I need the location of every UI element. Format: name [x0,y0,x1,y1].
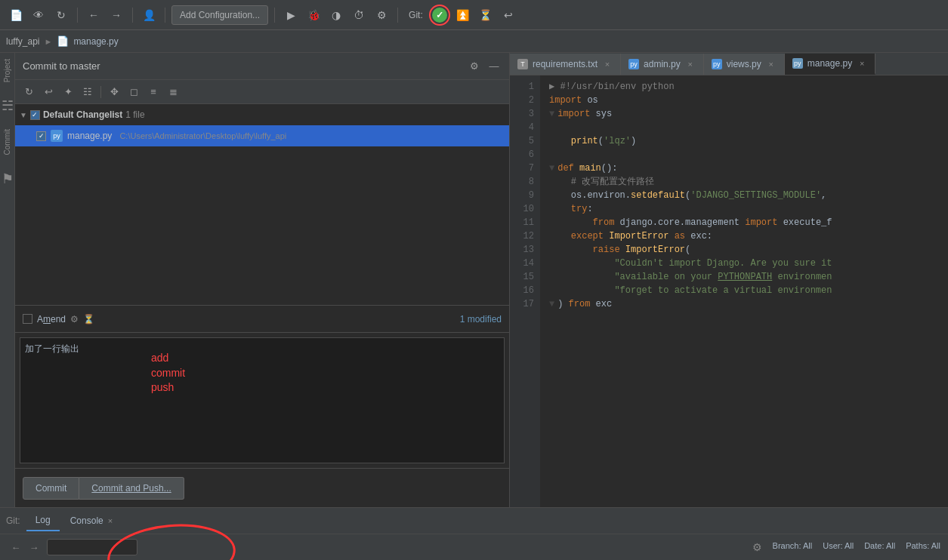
group-btn[interactable]: ≡ [144,83,162,101]
user-btn[interactable]: 👤 [139,5,159,25]
move-btn[interactable]: ✥ [105,83,123,101]
amend-left: Amend ⚙ ⏳ [23,314,94,325]
sync-btn[interactable]: ↻ [51,5,71,25]
console-tab-close[interactable]: × [108,516,113,525]
changelist-name: Default Changelist [43,109,122,120]
commit-button[interactable]: Commit [23,477,79,500]
tab-icon-views: py [712,59,722,69]
sep3 [165,8,165,23]
project-tab-label[interactable]: Project [3,59,11,82]
panel-settings-icon[interactable]: ⚙ [467,59,482,74]
changelist-arrow: ▼ [20,111,27,119]
project-icon[interactable]: ☵ [2,97,14,114]
back-btn[interactable]: ← [84,5,103,25]
amend-area: Amend ⚙ ⏳ 1 modified [15,305,509,332]
run-btn[interactable]: ▶ [281,5,301,25]
tab-admin[interactable]: py admin.py × [621,54,704,75]
tab-icon-txt: T [517,59,528,69]
code-editor: 1 2 3 4 5 6 7 8 9 10 11 12 13 14 15 16 1… [510,75,948,507]
sep1 [77,8,78,23]
amend-settings-icon[interactable]: ⚙ [70,314,79,325]
commit-push-label: Commit and Push... [91,483,171,494]
breadcrumb-arrow: ► [44,37,52,46]
git-push-btn[interactable]: ⏫ [453,5,473,25]
expand-btn[interactable]: ≣ [164,83,182,101]
editor-area: T requirements.txt × py admin.py × py vi… [510,53,948,507]
status-search-input[interactable] [47,539,137,555]
bottom-bar: Git: Log Console × [0,507,948,534]
rollback-btn[interactable]: ↩ [39,83,57,101]
status-info: ⚙ Branch: All User: All Date: All Paths:… [752,541,940,553]
status-next-btn[interactable]: → [26,539,42,555]
commit-icon[interactable]: ⚑ [2,171,14,187]
code-content[interactable]: ▶ #!/usr/bin/env python import os ▼impor… [540,75,948,507]
sep2 [132,8,133,23]
main-layout: Project ☵ Commit ⚑ Commit to master ⚙ — … [0,53,948,507]
changelist-checkbox[interactable]: ✓ [30,110,40,120]
tab-views-label: views.py [727,59,761,69]
commit-panel-title: Commit to master [23,60,100,72]
console-tab-label: Console [70,515,103,526]
file-checkbox[interactable]: ✓ [36,131,46,141]
debug-btn[interactable]: 🐞 [304,5,323,25]
settings-dropdown-btn[interactable]: ⚙ [372,5,391,25]
status-bar: ← → ⚙ Branch: All User: All Date: All Pa… [0,534,948,560]
tab-icon-manage: py [792,58,803,69]
tab-admin-close[interactable]: × [685,59,696,69]
changelist-header[interactable]: ▼ ✓ Default Changelist 1 file [15,104,509,125]
git-check-icon: ✓ [432,8,447,23]
open-btn[interactable]: 👁 [29,5,48,25]
profile-btn[interactable]: ⏱ [349,5,369,25]
log-tab-label: Log [36,515,51,525]
amend-checkbox[interactable] [23,314,32,324]
editor-tabs: T requirements.txt × py admin.py × py vi… [510,53,948,75]
panel-close-icon[interactable]: — [486,59,502,74]
tab-requirements[interactable]: T requirements.txt × [510,54,621,75]
status-prev-btn[interactable]: ← [8,539,24,555]
commit-message-area: 加了一行输出 [15,332,509,468]
bottom-tab-log[interactable]: Log [26,510,60,531]
view-btn[interactable]: ☷ [79,83,97,101]
tab-admin-label: admin.py [644,59,681,69]
commit-message-input[interactable]: 加了一行输出 [20,337,505,463]
amend-history-icon[interactable]: ⏳ [83,314,94,325]
tab-requirements-close[interactable]: × [602,59,613,69]
git-status-circle[interactable]: ✓ [429,5,450,26]
commit-tab-label[interactable]: Commit [3,129,11,155]
commit-push-button[interactable]: Commit and Push... [79,477,184,500]
tab-manage-label: manage.py [807,58,852,69]
git-rollback-btn[interactable]: ↩ [499,5,518,25]
tab-manage[interactable]: py manage.py × [785,54,875,75]
modified-badge: 1 modified [460,314,502,325]
tab-manage-close[interactable]: × [857,58,867,69]
main-toolbar: 📄 👁 ↻ ← → 👤 Add Configuration... ▶ 🐞 ◑ ⏱… [0,0,948,30]
status-gear-icon[interactable]: ⚙ [752,541,762,553]
line-numbers: 1 2 3 4 5 6 7 8 9 10 11 12 13 14 15 16 1… [510,75,540,507]
file-icon-py: py [51,130,63,142]
commit-buttons-area: Commit Commit and Push... [15,468,509,507]
file-row-manage[interactable]: ✓ py manage.py C:\Users\Administrator\De… [15,125,509,146]
status-paths: Paths: All [906,541,940,553]
bookmark-btn[interactable]: ✦ [59,83,77,101]
tab-icon-admin: py [628,59,639,69]
file-name: manage.py [67,131,112,141]
tb-sep1 [100,86,101,98]
breadcrumb-project[interactable]: luffy_api [6,36,39,47]
bottom-tab-console[interactable]: Console × [61,510,122,531]
status-branch: Branch: All [773,541,813,553]
new-file-btn[interactable]: 📄 [6,5,26,25]
breadcrumb-bar: luffy_api ► 📄 manage.py [0,30,948,53]
refresh-btn[interactable]: ↻ [20,83,38,101]
git-label-bottom: Git: [6,515,20,526]
forward-btn[interactable]: → [107,5,126,25]
git-history-btn[interactable]: ⏳ [476,5,496,25]
tab-views[interactable]: py views.py × [704,54,785,75]
diff-btn[interactable]: ◻ [125,83,143,101]
tab-views-close[interactable]: × [766,59,777,69]
status-nav: ← → [8,539,42,555]
tab-requirements-label: requirements.txt [533,59,598,69]
add-config-btn[interactable]: Add Configuration... [171,5,268,25]
status-user: User: All [823,541,854,553]
coverage-btn[interactable]: ◑ [326,5,346,25]
breadcrumb-file[interactable]: manage.py [73,36,118,47]
